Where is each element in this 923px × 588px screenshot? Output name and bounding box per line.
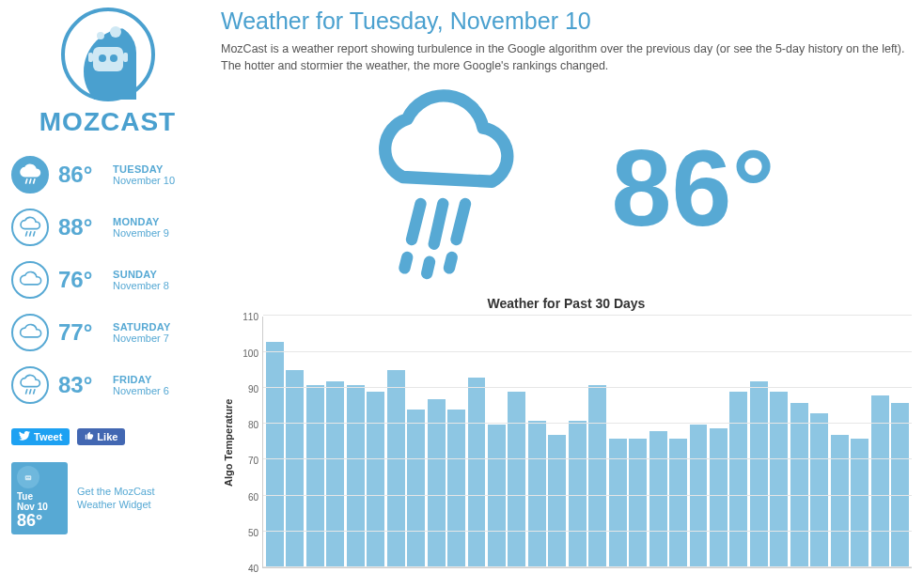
forecast-date: November 10 [113, 175, 175, 186]
chart-bar [347, 385, 365, 568]
forecast-meta: SATURDAYNovember 7 [113, 321, 171, 344]
forecast-day[interactable]: 88°MONDAYNovember 9 [11, 201, 204, 254]
hero-weather-icon [358, 87, 537, 288]
widget-tile-temp: 86° [17, 512, 62, 531]
chart-bar [891, 403, 909, 567]
social-row: Tweet Like [11, 428, 204, 445]
forecast-date: November 8 [113, 280, 169, 291]
chart-title: Weather for Past 30 Days [221, 296, 912, 311]
svg-rect-18 [25, 475, 31, 480]
forecast-meta: SUNDAYNovember 8 [113, 269, 169, 291]
cloud-icon [11, 261, 49, 299]
chart-gridline [263, 315, 912, 316]
chart-bar [508, 392, 525, 567]
chart-bar [286, 370, 304, 567]
subtitle: MozCast is a weather report showing turb… [221, 40, 912, 74]
like-button[interactable]: Like [77, 428, 125, 445]
chart-ytick: 60 [248, 491, 258, 502]
chart-bar [367, 392, 384, 567]
forecast-temp: 88° [58, 214, 103, 240]
hero-temp: 86° [612, 134, 775, 242]
svg-point-3 [110, 26, 121, 38]
svg-line-23 [456, 204, 465, 240]
svg-point-19 [26, 477, 27, 478]
svg-line-16 [34, 390, 35, 394]
forecast-dayname: SATURDAY [113, 321, 171, 333]
forecast-temp: 76° [58, 267, 103, 293]
chart-ytick: 50 [248, 527, 258, 537]
forecast-dayname: MONDAY [113, 216, 169, 227]
svg-line-24 [404, 257, 407, 268]
chart-yaxis: 405060708090100110 [236, 317, 262, 568]
chart-bar [326, 381, 344, 567]
chart-ytick: 100 [242, 348, 258, 358]
svg-line-12 [30, 232, 31, 236]
svg-line-22 [433, 204, 443, 244]
chart-bar [447, 410, 465, 567]
svg-line-11 [26, 232, 27, 236]
forecast-day[interactable]: 83°FRIDAYNovember 6 [11, 359, 204, 411]
chart-gridline [263, 566, 912, 567]
widget-link[interactable]: Get the MozCast Weather Widget [77, 485, 180, 512]
forecast-date: November 6 [113, 385, 169, 396]
chart-bar [750, 381, 768, 567]
rain-icon [11, 366, 49, 404]
chart-bar [871, 395, 889, 567]
cloud-icon [11, 314, 49, 351]
logo-block: MOZCAST [11, 8, 204, 137]
hero: 86° [221, 80, 912, 296]
svg-line-14 [26, 390, 27, 394]
chart-bar [790, 403, 808, 567]
like-label: Like [97, 431, 117, 442]
forecast-meta: FRIDAYNovember 6 [113, 374, 169, 396]
chart: Algo Temperature 405060708090100110 [221, 317, 912, 568]
widget-box: Tue Nov 10 86° Get the MozCast Weather W… [11, 462, 204, 534]
forecast-day[interactable]: 76°SUNDAYNovember 8 [11, 254, 204, 306]
chart-bar [770, 392, 788, 567]
svg-line-10 [34, 179, 35, 183]
svg-line-25 [427, 262, 430, 273]
svg-rect-6 [88, 53, 93, 62]
chart-bar [810, 413, 828, 567]
chart-bar [729, 392, 747, 567]
svg-line-9 [30, 179, 31, 183]
chart-bar [649, 431, 667, 567]
forecast-meta: TUESDAYNovember 10 [113, 163, 175, 186]
chart-bar [428, 399, 446, 567]
forecast-temp: 86° [58, 162, 103, 188]
page-title: Weather for Tuesday, November 10 [221, 8, 912, 35]
svg-line-15 [30, 390, 31, 394]
chart-gridline [263, 531, 912, 532]
forecast-meta: MONDAYNovember 9 [113, 216, 169, 239]
thumbs-up-icon [85, 431, 94, 442]
chart-bar [266, 342, 284, 567]
rain-icon [11, 156, 49, 193]
chart-gridline [263, 387, 912, 388]
forecast-temp: 83° [58, 372, 103, 398]
tweet-button[interactable]: Tweet [11, 428, 70, 445]
chart-bar [710, 428, 727, 568]
chart-bar [690, 425, 708, 568]
svg-rect-7 [123, 53, 128, 62]
forecast-day[interactable]: 86°TUESDAYNovember 10 [11, 148, 204, 201]
svg-line-21 [412, 204, 421, 240]
svg-point-2 [97, 32, 104, 39]
chart-ytick: 90 [248, 383, 258, 394]
chart-bar [468, 378, 486, 567]
forecast-dayname: TUESDAY [113, 163, 175, 175]
svg-point-4 [99, 54, 106, 62]
forecast-dayname: SUNDAY [113, 269, 169, 280]
chart-block: Weather for Past 30 Days Algo Temperatur… [221, 296, 912, 568]
chart-gridline [263, 351, 912, 352]
forecast-dayname: FRIDAY [113, 374, 169, 385]
chart-bar [831, 435, 849, 567]
widget-tile-day: Tue [17, 491, 62, 502]
chart-ytick: 40 [248, 564, 258, 574]
twitter-icon [19, 431, 30, 442]
widget-tile[interactable]: Tue Nov 10 86° [11, 462, 68, 534]
chart-bar [588, 385, 606, 568]
forecast-day[interactable]: 77°SATURDAYNovember 7 [11, 306, 204, 359]
chart-plot [262, 317, 912, 568]
tweet-label: Tweet [34, 431, 62, 442]
svg-point-5 [110, 54, 117, 62]
